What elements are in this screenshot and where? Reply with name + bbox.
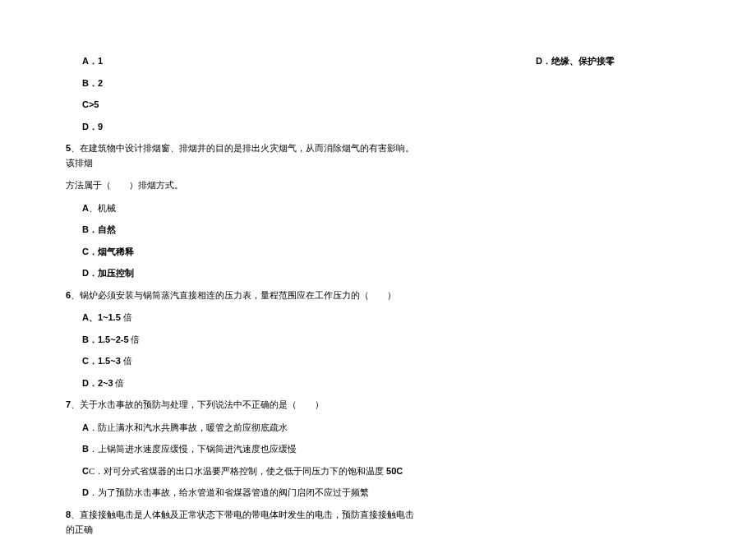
option-text: C．烟气稀释 (82, 247, 134, 256)
option-letter: A (82, 203, 89, 213)
q4-option-c: C>5 (82, 98, 419, 112)
option-suffix: 倍 (113, 378, 125, 388)
option-text: ．上锅筒进水速度应缓慢，下锅筒进汽速度也应缓慢 (89, 444, 297, 454)
q4-option-d: D．9 (82, 120, 419, 134)
option-text: ．防止满水和汽水共腾事故，暖管之前应彻底疏水 (89, 422, 288, 432)
option-letter: D (82, 487, 89, 497)
option-text: C>5 (82, 99, 99, 109)
q6-option-d: D．2~3 倍 (82, 376, 419, 390)
question-text: 、在建筑物中设计排烟窗、排烟井的目的是排出火灾烟气，从而消除烟气的有害影响。该排… (66, 143, 414, 168)
q4-option-a: A．1 (82, 54, 419, 68)
page-content: A．1 B．2 C>5 D．9 5、在建筑物中设计排烟窗、排烟井的目的是排出火灾… (0, 0, 485, 535)
q5-option-a: A、机械 (82, 201, 419, 215)
question-text: 、关于水击事故的预防与处理，下列说法中不正确的是（ ） (71, 399, 324, 409)
option-suffix: 倍 (121, 356, 132, 366)
option-text: A、1~1.5 (82, 312, 121, 322)
option-text: D．加压控制 (82, 268, 134, 278)
option-suffix: 倍 (129, 334, 141, 344)
option-text: B．自然 (82, 224, 116, 234)
question-text: 、锅炉必须安装与锅筒蒸汽直接相连的压力表，量程范围应在工作压力的（ ） (71, 290, 396, 300)
option-text: A．1 (82, 56, 103, 66)
q7-option-b: B．上锅筒进水速度应缓慢，下锅筒进汽速度也应缓慢 (82, 442, 419, 456)
q7-option-c: CC．对可分式省煤器的出口水温要严格控制，使之低于同压力下的饱和温度 50C (82, 464, 419, 478)
option-text: B．2 (82, 78, 103, 88)
q5-option-b: B．自然 (82, 223, 419, 237)
q5-option-c: C．烟气稀释 (82, 245, 419, 259)
option-letter: A (82, 422, 89, 432)
option-text: 、机械 (89, 203, 116, 213)
q4-option-b: B．2 (82, 76, 419, 90)
question-6: 6、锅炉必须安装与锅筒蒸汽直接相连的压力表，量程范围应在工作压力的（ ） (66, 288, 419, 303)
option-letter: B (82, 444, 89, 454)
option-text: D．绝缘、保护接零 (536, 56, 615, 66)
option-letter: C (82, 466, 89, 476)
question-7: 7、关于水击事故的预防与处理，下列说法中不正确的是（ ） (66, 398, 419, 413)
right-column: D．绝缘、保护接零 (536, 46, 615, 76)
q6-option-c: C．1.5~3 倍 (82, 354, 419, 368)
option-text: C．对可分式省煤器的出口水温要严格控制，使之低于同压力下的饱和温度 (89, 466, 386, 476)
option-text: ．为了预防水击事故，给水管道和省煤器管道的阀门启闭不应过于频繁 (89, 487, 369, 497)
question-5: 5、在建筑物中设计排烟窗、排烟井的目的是排出火灾烟气，从而消除烟气的有害影响。该… (66, 141, 419, 170)
question-text: 、直接接触电击是人体触及正常状态下带电的带电体时发生的电击，预防直接接触电击的正… (66, 510, 414, 534)
q7-option-a: A．防止满水和汽水共腾事故，暖管之前应彻底疏水 (82, 421, 419, 435)
option-num: 50C (386, 466, 403, 476)
question-8: 8、直接接触电击是人体触及正常状态下带电的带电体时发生的电击，预防直接接触电击的… (66, 508, 419, 535)
q5-option-d: D．加压控制 (82, 266, 419, 280)
option-suffix: 倍 (121, 312, 132, 322)
option-text: B．1.5~2-5 (82, 334, 129, 344)
q6-option-b: B．1.5~2-5 倍 (82, 333, 419, 347)
question-5-cont: 方法属于（ ）排烟方式。 (66, 178, 419, 193)
option-text: D．2~3 (82, 378, 113, 388)
q8-option-d-right: D．绝缘、保护接零 (536, 54, 615, 68)
option-text: C．1.5~3 (82, 356, 121, 366)
q7-option-d: D．为了预防水击事故，给水管道和省煤器管道的阀门启闭不应过于频繁 (82, 486, 419, 500)
option-text: D．9 (82, 122, 103, 131)
q6-option-a: A、1~1.5 倍 (82, 311, 419, 325)
